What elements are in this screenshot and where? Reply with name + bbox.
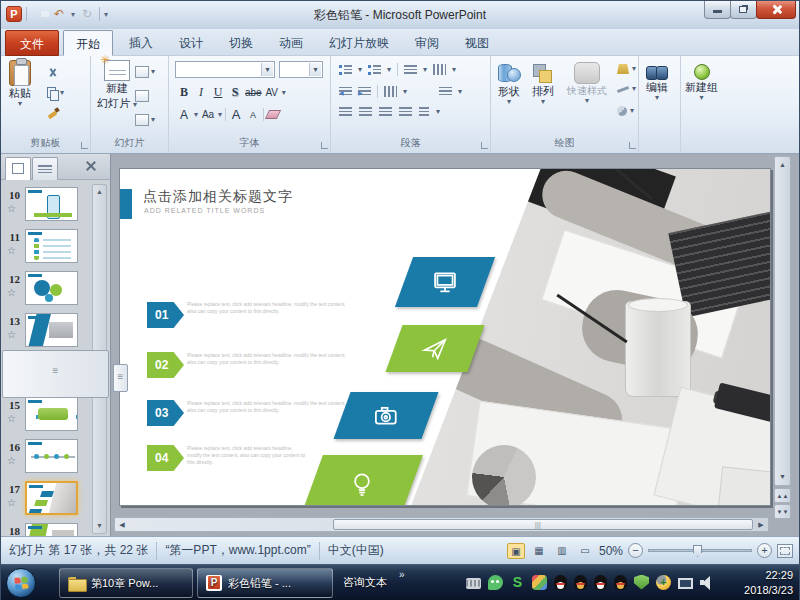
tab-slideshow[interactable]: 幻灯片放映 xyxy=(317,30,401,56)
slide-thumbnail-10[interactable] xyxy=(25,187,78,221)
slide-thumbnail-13[interactable] xyxy=(25,313,78,347)
align-text-icon[interactable] xyxy=(419,107,429,117)
chevron-down-icon[interactable]: ▾ xyxy=(309,63,321,76)
shapes-button[interactable]: 形状 ▾ xyxy=(497,62,521,105)
scroll-right-icon[interactable]: ▶ xyxy=(754,518,768,531)
drawing-dialog-launcher[interactable] xyxy=(629,142,636,149)
animation-star-icon[interactable]: ☆ xyxy=(7,245,16,256)
slide-sorter-view-button[interactable]: ▦ xyxy=(530,543,548,559)
paragraph-dialog-launcher[interactable] xyxy=(481,142,488,149)
slide-thumbnail-16[interactable] xyxy=(25,439,78,473)
tab-insert[interactable]: 插入 xyxy=(117,30,165,56)
reading-view-button[interactable]: ▥ xyxy=(553,543,571,559)
scroll-left-icon[interactable]: ◀ xyxy=(115,518,129,531)
fit-to-window-button[interactable] xyxy=(777,544,793,558)
align-left-icon[interactable] xyxy=(339,107,352,117)
minimize-button[interactable] xyxy=(704,1,731,19)
animation-star-icon[interactable]: ☆ xyxy=(7,413,16,424)
tab-file[interactable]: 文件 xyxy=(5,30,59,56)
vertical-scroll-thumb[interactable] xyxy=(113,364,128,392)
item-text-02[interactable]: Please replace text, click add relevant … xyxy=(187,352,347,366)
slide-subtitle[interactable]: ADD RELATED TITLE WORDS xyxy=(144,207,265,214)
chevron-down-icon[interactable]: ▾ xyxy=(261,63,273,76)
wechat-icon[interactable] xyxy=(488,575,503,590)
tab-transitions[interactable]: 切换 xyxy=(217,30,265,56)
shape-effects-button[interactable]: ▾ xyxy=(617,106,634,116)
next-slide-button[interactable]: ▼▼ xyxy=(774,504,791,519)
zoom-slider[interactable] xyxy=(648,549,752,552)
tab-slides-thumbnails[interactable] xyxy=(5,157,31,180)
character-spacing-button[interactable]: AV xyxy=(265,87,279,98)
tab-animations[interactable]: 动画 xyxy=(267,30,315,56)
shape-fill-button[interactable]: ▾ xyxy=(617,64,636,74)
slideshow-view-button[interactable]: ▭ xyxy=(576,543,594,559)
strikethrough-button[interactable]: abe xyxy=(245,87,262,98)
animation-star-icon[interactable]: ☆ xyxy=(7,497,16,508)
scroll-up-icon[interactable]: ▲ xyxy=(775,158,790,172)
smartart-convert-icon[interactable] xyxy=(439,87,452,97)
taskbar-button-powerpoint[interactable]: 彩色铅笔 - ... xyxy=(197,568,333,598)
arrange-button[interactable]: 排列 ▾ xyxy=(531,62,555,105)
previous-slide-button[interactable]: ▲▲ xyxy=(774,488,791,503)
tab-view[interactable]: 视图 xyxy=(453,30,501,56)
shield-icon[interactable] xyxy=(634,575,649,590)
zoom-slider-thumb[interactable] xyxy=(693,545,702,557)
sidebar-scroll-thumb[interactable] xyxy=(2,350,109,398)
slide-thumbnail-17-selected[interactable] xyxy=(25,481,78,515)
start-button[interactable] xyxy=(6,568,36,598)
qq-icon[interactable] xyxy=(594,575,607,590)
monitor-chip[interactable] xyxy=(395,257,495,307)
safety-ball-icon[interactable]: + xyxy=(656,575,671,590)
tab-design[interactable]: 设计 xyxy=(167,30,215,56)
tray-overflow-icon[interactable]: » xyxy=(399,569,405,580)
vertical-scrollbar[interactable]: ▲ ▼ xyxy=(774,156,791,486)
clear-formatting-icon[interactable] xyxy=(265,110,281,119)
language-indicator[interactable]: 中文(中国) xyxy=(328,542,384,559)
qq-icon[interactable] xyxy=(614,575,627,590)
line-spacing-icon[interactable] xyxy=(404,65,417,75)
horizontal-scroll-thumb[interactable] xyxy=(333,519,753,530)
item-text-04[interactable]: Please replace text, click add relevant … xyxy=(187,445,307,466)
taskbar-clock[interactable]: 22:29 2018/3/23 xyxy=(744,568,793,598)
slide-editing-surface[interactable]: 点击添加相关标题文字 ADD RELATED TITLE WORDS 01 Pl… xyxy=(119,168,771,506)
lightbulb-chip[interactable] xyxy=(301,455,423,506)
camera-chip[interactable] xyxy=(333,392,438,439)
paste-button[interactable]: 粘贴 ▾ xyxy=(9,60,31,107)
underline-button[interactable]: U xyxy=(211,85,225,100)
copy-button[interactable]: ▾ xyxy=(47,84,81,101)
animation-star-icon[interactable]: ☆ xyxy=(7,287,16,298)
taskbar-button-folder[interactable]: 第10章 Pow... xyxy=(59,568,193,598)
scroll-up-icon[interactable]: ▲ xyxy=(93,185,106,199)
close-button[interactable] xyxy=(756,1,796,19)
rainbow-icon[interactable] xyxy=(532,575,547,590)
horizontal-scrollbar[interactable]: ◀ ▶ xyxy=(114,517,769,532)
bullets-icon[interactable] xyxy=(339,65,352,75)
cut-button[interactable] xyxy=(47,64,81,81)
new-slide-button[interactable]: 新建 幻灯片 ▾ xyxy=(97,60,137,111)
reset-button[interactable] xyxy=(135,88,165,104)
quick-styles-button[interactable]: 快速样式 ▾ xyxy=(567,62,607,104)
item-badge-01[interactable]: 01 xyxy=(147,302,184,328)
chevron-down-icon[interactable]: ▾ xyxy=(282,90,286,96)
zoom-in-button[interactable]: + xyxy=(757,543,772,558)
slide-thumbnail-12[interactable] xyxy=(25,271,78,305)
close-panel-icon[interactable] xyxy=(84,159,98,173)
item-text-01[interactable]: Please replace text, click add relevant … xyxy=(187,301,347,315)
layout-button[interactable]: ▾ xyxy=(135,64,165,80)
scroll-down-icon[interactable]: ▼ xyxy=(775,470,790,484)
justify-icon[interactable] xyxy=(399,107,412,117)
sogou-icon[interactable]: S xyxy=(510,575,525,590)
clipboard-dialog-launcher[interactable] xyxy=(81,142,88,149)
animation-star-icon[interactable]: ☆ xyxy=(7,455,16,466)
item-text-03[interactable]: Please replace text, click add relevant … xyxy=(187,400,347,414)
zoom-level[interactable]: 50% xyxy=(599,544,623,558)
tab-outline[interactable] xyxy=(32,157,58,180)
scroll-down-icon[interactable]: ▼ xyxy=(93,519,106,533)
increase-indent-icon[interactable] xyxy=(358,87,371,97)
slide-title[interactable]: 点击添加相关标题文字 xyxy=(143,188,293,206)
font-name-combo[interactable]: ▾ xyxy=(175,61,275,78)
item-badge-04[interactable]: 04 xyxy=(147,445,184,471)
qq-icon[interactable] xyxy=(574,575,587,590)
text-direction-icon[interactable] xyxy=(433,64,446,75)
normal-view-button[interactable]: ▣ xyxy=(507,543,525,559)
